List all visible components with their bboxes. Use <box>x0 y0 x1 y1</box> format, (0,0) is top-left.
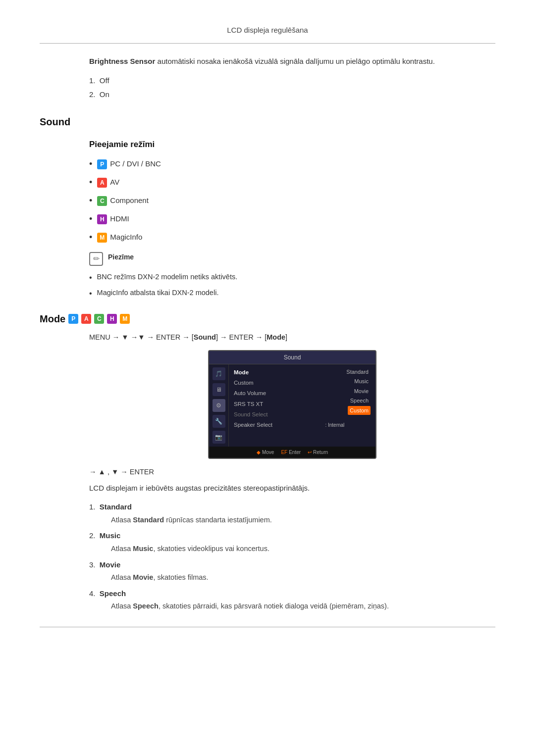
osd-sidebar: 🎵 🖥 ⚙ 🔧 📷 <box>209 364 229 447</box>
badge-p-icon: P <box>97 159 107 169</box>
mode-badge-h: H <box>107 314 117 324</box>
list-item: A AV <box>89 176 495 189</box>
mode-badge-c: C <box>94 314 104 324</box>
osd-content: Mode Custom Auto Volume SRS TS XT <box>229 364 375 447</box>
osd-option-speech: Speech <box>348 396 371 405</box>
sound-heading: Sound <box>40 114 495 129</box>
osd-footer-return: ↩ Return <box>308 449 328 456</box>
enter-icon: EF <box>281 449 287 456</box>
osd-screenshot: Sound 🎵 🖥 ⚙ 🔧 📷 Mode <box>208 350 376 459</box>
numbered-item-3: 3. Movie Atlasa Movie, skatoties filmas. <box>89 559 495 583</box>
osd-row-speaker-select: Speaker Select: Internal <box>234 420 344 430</box>
menu-path: MENU → ▼ →▼ → ENTER → [Sound] → ENTER → … <box>89 332 495 343</box>
page-title: LCD displeja regulēšana <box>40 20 495 44</box>
osd-options: Standard Music Movie Speech Custom <box>344 367 371 431</box>
badge-h-icon: H <box>97 214 107 224</box>
piezime-box: ✏ Piezīme <box>89 252 495 266</box>
osd-row-srs: SRS TS XT <box>234 399 344 409</box>
osd-footer: ◆ Move EF Enter ↩ Return <box>209 447 375 458</box>
list-item: 1. Off <box>89 75 495 87</box>
mode-badge-a: A <box>81 314 91 324</box>
osd-sidebar-icon: 🖥 <box>213 383 225 396</box>
pieejamie-list: P PC / DVI / BNC A AV C Component H HDMI… <box>89 157 495 244</box>
list-item: P PC / DVI / BNC <box>89 157 495 171</box>
sound-indent: Pieejamie režīmi P PC / DVI / BNC A AV C… <box>89 138 495 300</box>
mode-description: LCD displejam ir iebūvēts augstas preciz… <box>89 483 495 494</box>
page-container: LCD displeja regulēšana Brightness Senso… <box>0 0 535 657</box>
osd-row-mode: Mode <box>234 367 344 378</box>
list-item: M MagicInfo <box>89 231 495 244</box>
sub-desc-4: Atlasa Speech, skatoties pārraidi, kas p… <box>111 601 495 612</box>
list-item: H HDMI <box>89 212 495 226</box>
sub-desc-3: Atlasa Movie, skatoties filmas. <box>111 572 495 583</box>
mode-badge-p: P <box>68 314 78 324</box>
osd-footer-enter: EF Enter <box>281 449 301 456</box>
osd-sidebar-icon-active: ⚙ <box>213 399 225 412</box>
osd-option-movie: Movie <box>352 387 371 396</box>
osd-row-auto-volume: Auto Volume <box>234 388 344 399</box>
osd-row-sound-select: Sound Select <box>234 409 344 420</box>
piezime-label: Piezīme <box>108 252 134 262</box>
osd-sidebar-icon: 📷 <box>213 431 225 444</box>
numbered-item-2: 2. Music Atlasa Music, skatoties videokl… <box>89 530 495 554</box>
sub-desc-2: Atlasa Music, skatoties videoklipus vai … <box>111 544 495 554</box>
mode-heading: Mode P A C H M <box>40 311 495 326</box>
numbered-item-1: 1. Standard Atlasa Standard rūpnīcas sta… <box>89 502 495 525</box>
osd-body: 🎵 🖥 ⚙ 🔧 📷 Mode <box>209 364 375 447</box>
osd-option-music: Music <box>352 377 371 386</box>
mode-indent: MENU → ▼ →▼ → ENTER → [Sound] → ENTER → … <box>89 332 495 612</box>
navigation-hint: → ▲ , ▼ → ENTER <box>89 467 495 478</box>
return-icon: ↩ <box>308 449 312 456</box>
mode-badge-m: M <box>120 314 130 324</box>
brightness-sensor-section: Brightness Sensor automātiski nosaka ien… <box>89 55 495 101</box>
list-item: MagicInfo atbalsta tikai DXN-2 modeli. <box>89 288 495 300</box>
brightness-options: 1. Off 2. On <box>89 75 495 101</box>
notes-list: BNC režīms DXN-2 modelim netiks aktivēts… <box>89 272 495 300</box>
list-item: C Component <box>89 194 495 207</box>
badge-c-icon: C <box>97 196 107 206</box>
osd-sidebar-icon: 🔧 <box>213 415 225 428</box>
numbered-item-4: 4. Speech Atlasa Speech, skatoties pārra… <box>89 588 495 612</box>
osd-sidebar-icon: 🎵 <box>213 367 225 380</box>
osd-footer-move: ◆ Move <box>257 449 274 456</box>
osd-option-custom: Custom <box>348 406 371 415</box>
badge-a-icon: A <box>97 178 107 188</box>
bottom-border <box>40 627 495 627</box>
badge-m-icon: M <box>97 233 107 243</box>
mode-section: Mode P A C H M MENU → ▼ →▼ → ENTER → [So… <box>40 311 495 612</box>
mode-numbered-list: 1. Standard Atlasa Standard rūpnīcas sta… <box>89 502 495 612</box>
osd-row-custom: Custom <box>234 378 344 388</box>
piezime-icon: ✏ <box>89 252 103 266</box>
list-item: 2. On <box>89 89 495 101</box>
list-item: BNC režīms DXN-2 modelim netiks aktivēts… <box>89 272 495 284</box>
osd-option-standard: Standard <box>344 367 371 377</box>
sound-section: Sound Pieejamie režīmi P PC / DVI / BNC … <box>40 114 495 300</box>
osd-title: Sound <box>209 351 375 364</box>
brightness-description: Brightness Sensor automātiski nosaka ien… <box>89 55 495 67</box>
sub-desc-1: Atlasa Standard rūpnīcas standarta iesta… <box>111 515 495 526</box>
move-icon: ◆ <box>257 449 261 456</box>
pieejamie-heading: Pieejamie režīmi <box>89 138 495 151</box>
